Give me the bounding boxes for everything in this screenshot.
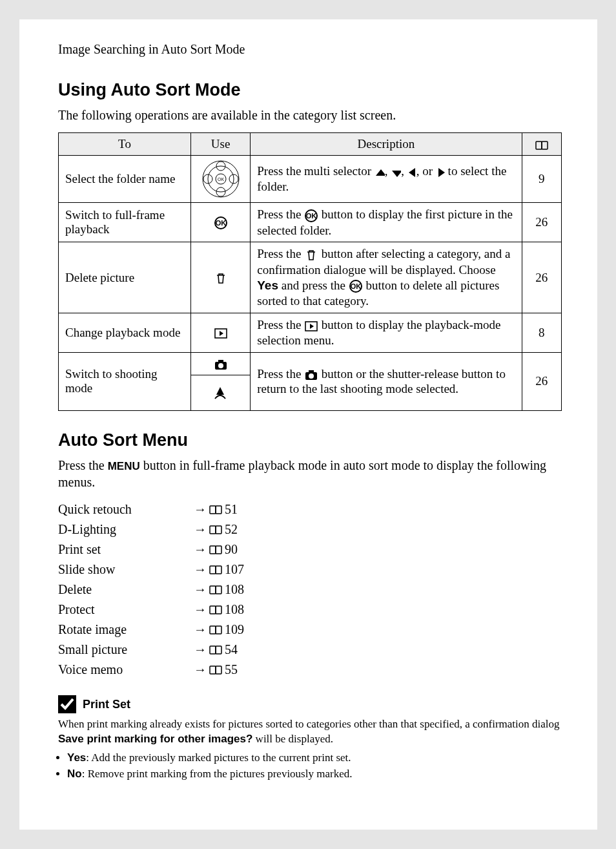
- book-icon: [535, 140, 548, 151]
- menu-item-ref: → 107: [194, 560, 244, 580]
- menu-item: Rotate image→ 109: [58, 620, 562, 640]
- menu-item-label: Delete: [58, 580, 194, 600]
- table-row: Switch to full-frame playback Press the …: [59, 203, 562, 242]
- cell-to: Switch to full-frame playback: [59, 203, 191, 242]
- cell-use: [191, 242, 251, 313]
- note-header: Print Set: [58, 695, 562, 713]
- menu-item: Voice memo→ 55: [58, 660, 562, 680]
- play-box-icon: [214, 327, 228, 340]
- cell-desc: Press the button after selecting a categ…: [251, 242, 522, 313]
- play-box-icon: [304, 320, 318, 333]
- menu-button-label: MENU: [108, 460, 140, 472]
- shutter-icon: [214, 386, 228, 401]
- book-icon: [209, 524, 222, 536]
- cell-ref: 26: [522, 352, 562, 411]
- ok-icon: [214, 216, 228, 230]
- table-row: Switch to shooting mode Press the button…: [59, 352, 562, 375]
- book-icon: [209, 544, 222, 556]
- heading-using-auto-sort: Using Auto Sort Mode: [58, 80, 562, 100]
- cell-desc: Press the multi selector , , , or to sel…: [251, 156, 522, 203]
- ok-icon: [349, 279, 363, 293]
- menu-item-ref: → 51: [194, 499, 238, 519]
- note-title: Print Set: [83, 698, 130, 711]
- camera-icon: [304, 368, 318, 381]
- cell-ref: 9: [522, 156, 562, 203]
- menu-item: Delete→ 108: [58, 580, 562, 600]
- col-to: To: [59, 133, 191, 156]
- book-icon: [209, 504, 222, 516]
- menu-item-label: D-Lighting: [58, 519, 194, 540]
- menu-item: D-Lighting→ 52: [58, 519, 562, 540]
- operations-table: To Use Description Select the folder nam…: [58, 132, 562, 411]
- up-icon: [375, 168, 385, 177]
- menu-item: Protect→ 108: [58, 600, 562, 620]
- menu-item-label: Protect: [58, 600, 194, 620]
- menu-item-label: Rotate image: [58, 620, 194, 640]
- cell-to: Change playback mode: [59, 313, 191, 353]
- book-icon: [209, 644, 222, 656]
- cell-use: [191, 313, 251, 353]
- note-body: When print marking already exists for pi…: [58, 717, 562, 782]
- menu-item-ref: → 109: [194, 620, 244, 640]
- cell-desc: Press the button to display the first pi…: [251, 203, 522, 242]
- menu-item-label: Voice memo: [58, 660, 194, 680]
- book-icon: [209, 564, 222, 576]
- table-row: Delete picture Press the button after se…: [59, 242, 562, 313]
- intro-text-2: Press the MENU button in full-frame play…: [58, 457, 562, 490]
- trash-icon: [304, 248, 318, 262]
- col-use: Use: [191, 133, 251, 156]
- menu-item: Slide show→ 107: [58, 560, 562, 580]
- cell-to: Switch to shooting mode: [59, 352, 191, 411]
- down-icon: [391, 168, 401, 177]
- menu-item: Quick retouch→ 51: [58, 499, 562, 519]
- menu-item-label: Slide show: [58, 560, 194, 580]
- trash-icon: [214, 271, 228, 286]
- intro-text-1: The following operations are available i…: [58, 107, 562, 123]
- book-icon: [209, 624, 222, 636]
- camera-icon: [214, 358, 228, 371]
- cell-use: [191, 156, 251, 203]
- menu-item-ref: → 52: [194, 519, 238, 540]
- cell-ref: 26: [522, 203, 562, 242]
- left-icon: [407, 167, 416, 178]
- menu-list: Quick retouch→ 51D-Lighting→ 52Print set…: [58, 499, 562, 680]
- book-icon: [209, 604, 222, 616]
- table-row: Change playback mode Press the button to…: [59, 313, 562, 353]
- cell-use: [191, 203, 251, 242]
- cell-ref: 26: [522, 242, 562, 313]
- table-row: Select the folder name Press the multi s…: [59, 156, 562, 203]
- menu-item-label: Small picture: [58, 640, 194, 660]
- note-list-item: No: Remove print marking from the pictur…: [67, 767, 562, 782]
- cell-ref: 8: [522, 313, 562, 353]
- menu-item: Print set→ 90: [58, 540, 562, 560]
- heading-auto-sort-menu: Auto Sort Menu: [58, 430, 562, 450]
- cell-to: Delete picture: [59, 242, 191, 313]
- col-desc: Description: [251, 133, 522, 156]
- cell-use: [191, 375, 251, 411]
- menu-item-ref: → 108: [194, 600, 244, 620]
- book-icon: [209, 664, 222, 676]
- col-ref: [522, 133, 562, 156]
- breadcrumb: Image Searching in Auto Sort Mode: [58, 42, 562, 57]
- menu-item-ref: → 54: [194, 640, 238, 660]
- cell-desc: Press the button to display the playback…: [251, 313, 522, 353]
- menu-item-label: Quick retouch: [58, 499, 194, 519]
- cell-use: [191, 352, 251, 375]
- menu-item: Small picture→ 54: [58, 640, 562, 660]
- menu-item-ref: → 90: [194, 540, 238, 560]
- menu-item-label: Print set: [58, 540, 194, 560]
- menu-item-ref: → 108: [194, 580, 244, 600]
- note-list-item: Yes: Add the previously marked pictures …: [67, 751, 562, 766]
- ok-icon: [304, 209, 318, 223]
- book-icon: [209, 584, 222, 596]
- menu-item-ref: → 55: [194, 660, 238, 680]
- cell-desc: Press the button or the shutter-release …: [251, 352, 522, 411]
- right-icon: [436, 167, 445, 178]
- check-box-icon: [58, 695, 76, 713]
- cell-to: Select the folder name: [59, 156, 191, 203]
- multi-selector-icon: [201, 160, 240, 198]
